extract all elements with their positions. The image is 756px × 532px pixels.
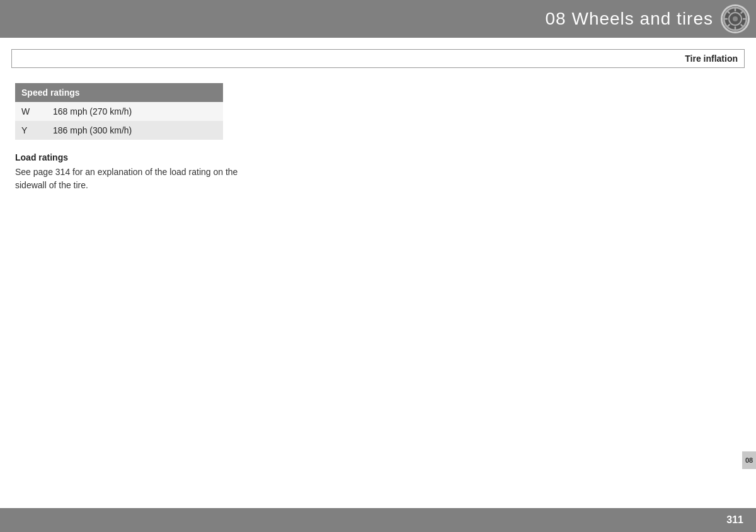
page-header: 08 Wheels and tires: [0, 0, 756, 38]
svg-line-9: [741, 11, 743, 13]
svg-point-2: [733, 16, 738, 21]
chapter-tab-number: 08: [745, 456, 753, 464]
chapter-tab: 08: [742, 451, 756, 469]
bottom-bar: 311: [0, 508, 756, 532]
load-ratings-section: Load ratings See page 314 for an explana…: [15, 152, 741, 192]
speed-table-header: Speed ratings: [15, 83, 223, 102]
load-ratings-text: See page 314 for an explanation of the l…: [15, 166, 255, 192]
speed-value-y: 186 mph (300 km/h): [47, 121, 223, 140]
main-content: Speed ratings W 168 mph (270 km/h) Y 186…: [0, 68, 756, 192]
page-number: 311: [726, 514, 743, 526]
tire-icon: [721, 4, 750, 33]
speed-letter-y: Y: [15, 121, 47, 140]
load-ratings-title: Load ratings: [15, 152, 741, 162]
speed-letter-w: W: [15, 102, 47, 121]
speed-value-w: 168 mph (270 km/h): [47, 102, 223, 121]
section-title-bar: Tire inflation: [11, 49, 745, 68]
section-title: Tire inflation: [685, 54, 738, 64]
svg-line-10: [727, 25, 730, 27]
table-row: Y 186 mph (300 km/h): [15, 121, 223, 140]
chapter-title: 08 Wheels and tires: [546, 9, 713, 29]
speed-ratings-table: Speed ratings W 168 mph (270 km/h) Y 186…: [15, 83, 223, 140]
svg-line-8: [741, 25, 743, 27]
table-row: W 168 mph (270 km/h): [15, 102, 223, 121]
svg-line-7: [727, 11, 730, 13]
